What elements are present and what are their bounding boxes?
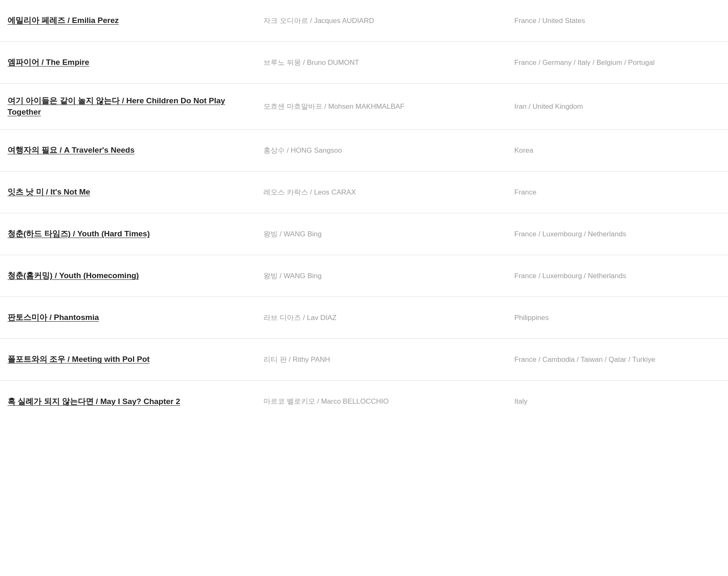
film-country-col: Korea	[502, 145, 728, 156]
films-table: 에밀리아 페레즈 / Emilia Perez자크 오디아르 / Jacques…	[0, 0, 728, 422]
film-director-col: 레오스 카락스 / Leos CARAX	[251, 187, 502, 198]
table-row: 에밀리아 페레즈 / Emilia Perez자크 오디아르 / Jacques…	[0, 0, 728, 42]
film-country-col: France / Luxembourg / Netherlands	[502, 229, 728, 240]
film-title[interactable]: 엠파이어 / The Empire	[8, 58, 89, 67]
film-country-col: France	[502, 187, 728, 198]
film-director-col: 마르코 벨로키오 / Marco BELLOCCHIO	[251, 396, 502, 407]
film-director-col: 라브 디아즈 / Lav DIAZ	[251, 312, 502, 323]
film-title-col: 청춘(홈커밍) / Youth (Homecoming)	[0, 270, 251, 282]
film-country-col: France / Cambodia / Taiwan / Qatar / Tur…	[502, 354, 728, 365]
film-title-col: 에밀리아 페레즈 / Emilia Perez	[0, 15, 251, 26]
film-director-col: 자크 오디아르 / Jacques AUDIARD	[251, 15, 502, 26]
film-title[interactable]: 에밀리아 페레즈 / Emilia Perez	[8, 16, 119, 25]
table-row: 폴포트와의 조우 / Meeting with Pol Pot리티 판 / Ri…	[0, 339, 728, 381]
table-row: 혹 실례가 되지 않는다면 / May I Say? Chapter 2마르코 …	[0, 381, 728, 422]
film-director: 레오스 카락스 / Leos CARAX	[263, 188, 356, 196]
film-director: 마르코 벨로키오 / Marco BELLOCCHIO	[263, 397, 388, 405]
film-title[interactable]: 여행자의 필요 / A Traveler's Needs	[8, 146, 135, 154]
film-title[interactable]: 청춘(홈커밍) / Youth (Homecoming)	[8, 271, 139, 280]
film-country-col: France / Luxembourg / Netherlands	[502, 271, 728, 282]
film-title-col: 여기 아이들은 같이 놀지 않는다 / Here Children Do Not…	[0, 95, 251, 118]
film-title-col: 청춘(하드 타임즈) / Youth (Hard Times)	[0, 228, 251, 240]
film-director: 브루노 뒤몽 / Bruno DUMONT	[263, 59, 359, 67]
table-row: 청춘(홈커밍) / Youth (Homecoming)왕빙 / WANG Bi…	[0, 255, 728, 297]
film-title-col: 엠파이어 / The Empire	[0, 57, 251, 68]
film-title-col: 여행자의 필요 / A Traveler's Needs	[0, 145, 251, 156]
film-title[interactable]: 청춘(하드 타임즈) / Youth (Hard Times)	[8, 229, 150, 238]
film-director-col: 홍상수 / HONG Sangsoo	[251, 145, 502, 156]
film-director: 홍상수 / HONG Sangsoo	[263, 146, 342, 154]
film-title-col: 판토스미아 / Phantosmia	[0, 312, 251, 323]
film-title[interactable]: 잇츠 낫 미 / It's Not Me	[8, 187, 90, 196]
film-director: 리티 판 / Rithy PANH	[263, 356, 330, 364]
film-country-col: France / United States	[502, 15, 728, 26]
film-director-col: 왕빙 / WANG Bing	[251, 229, 502, 240]
film-director-col: 왕빙 / WANG Bing	[251, 271, 502, 282]
film-director: 왕빙 / WANG Bing	[263, 230, 322, 238]
table-row: 엠파이어 / The Empire브루노 뒤몽 / Bruno DUMONTFr…	[0, 42, 728, 84]
film-country-col: Iran / United Kingdom	[502, 101, 728, 112]
film-title[interactable]: 혹 실례가 되지 않는다면 / May I Say? Chapter 2	[8, 397, 180, 406]
table-row: 여기 아이들은 같이 놀지 않는다 / Here Children Do Not…	[0, 84, 728, 130]
table-row: 여행자의 필요 / A Traveler's Needs홍상수 / HONG S…	[0, 130, 728, 172]
film-director: 자크 오디아르 / Jacques AUDIARD	[263, 17, 374, 25]
film-title-col: 폴포트와의 조우 / Meeting with Pol Pot	[0, 354, 251, 365]
film-title-col: 잇츠 낫 미 / It's Not Me	[0, 187, 251, 198]
film-title-col: 혹 실례가 되지 않는다면 / May I Say? Chapter 2	[0, 396, 251, 407]
table-row: 잇츠 낫 미 / It's Not Me레오스 카락스 / Leos CARAX…	[0, 172, 728, 213]
film-country-col: Italy	[502, 396, 728, 407]
film-director-col: 리티 판 / Rithy PANH	[251, 354, 502, 365]
film-title[interactable]: 여기 아이들은 같이 놀지 않는다 / Here Children Do Not…	[8, 96, 225, 116]
film-title[interactable]: 판토스미아 / Phantosmia	[8, 313, 99, 322]
film-director: 왕빙 / WANG Bing	[263, 272, 322, 280]
film-director: 모흐센 마흐말바프 / Mohsen MAKHMALBAF	[263, 102, 404, 110]
film-country-col: France / Germany / Italy / Belgium / Por…	[502, 57, 728, 68]
film-title[interactable]: 폴포트와의 조우 / Meeting with Pol Pot	[8, 355, 150, 364]
film-director-col: 모흐센 마흐말바프 / Mohsen MAKHMALBAF	[251, 101, 502, 112]
table-row: 청춘(하드 타임즈) / Youth (Hard Times)왕빙 / WANG…	[0, 213, 728, 255]
film-director: 라브 디아즈 / Lav DIAZ	[263, 314, 337, 322]
film-director-col: 브루노 뒤몽 / Bruno DUMONT	[251, 57, 502, 68]
table-row: 판토스미아 / Phantosmia라브 디아즈 / Lav DIAZPhili…	[0, 297, 728, 339]
film-country-col: Philippines	[502, 312, 728, 323]
